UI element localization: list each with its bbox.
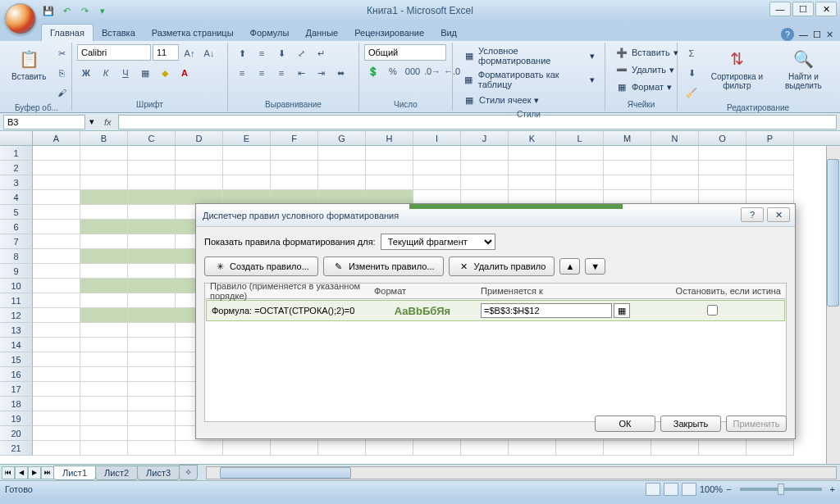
cell[interactable] bbox=[271, 175, 318, 190]
cell[interactable] bbox=[33, 161, 80, 175]
cell[interactable] bbox=[651, 161, 699, 175]
cell[interactable] bbox=[80, 205, 128, 220]
cell[interactable] bbox=[366, 175, 413, 190]
cell[interactable] bbox=[699, 146, 746, 161]
cell[interactable] bbox=[461, 175, 509, 190]
page-break-view-icon[interactable] bbox=[682, 483, 696, 496]
row-header[interactable]: 7 bbox=[0, 234, 33, 249]
cell[interactable] bbox=[128, 293, 176, 308]
cell[interactable] bbox=[33, 367, 80, 382]
cell[interactable] bbox=[33, 411, 80, 426]
dec-indent-icon[interactable]: ⇤ bbox=[292, 64, 310, 82]
cell[interactable] bbox=[33, 146, 80, 161]
vertical-scrollbar[interactable] bbox=[826, 146, 840, 464]
help-icon[interactable]: ? bbox=[781, 28, 794, 41]
column-header[interactable]: O bbox=[699, 131, 746, 145]
cell[interactable] bbox=[80, 234, 128, 249]
cell[interactable] bbox=[80, 352, 128, 367]
cell[interactable] bbox=[128, 441, 176, 456]
row-header[interactable]: 12 bbox=[0, 308, 33, 323]
tab-view[interactable]: Вид bbox=[432, 25, 465, 41]
cell[interactable] bbox=[128, 426, 176, 441]
delete-rule-button[interactable]: ✕Удалить правило bbox=[449, 257, 555, 276]
row-header[interactable]: 8 bbox=[0, 249, 33, 264]
save-icon[interactable]: 💾 bbox=[41, 3, 56, 18]
border-icon[interactable]: ▦ bbox=[136, 64, 154, 82]
sheet-tab-2[interactable]: Лист2 bbox=[95, 465, 138, 480]
conditional-formatting-button[interactable]: ▦Условное форматирование▾ bbox=[458, 44, 600, 67]
move-rule-up-button[interactable]: ▲ bbox=[559, 258, 580, 275]
sheet-tab-3[interactable]: Лист3 bbox=[137, 465, 180, 480]
format-cells-button[interactable]: ▦Формат▾ bbox=[610, 79, 677, 95]
cell[interactable] bbox=[746, 441, 794, 456]
row-header[interactable]: 18 bbox=[0, 397, 33, 411]
undo-icon[interactable]: ↶ bbox=[59, 3, 74, 18]
office-button[interactable] bbox=[5, 3, 36, 34]
cell[interactable] bbox=[33, 279, 80, 293]
cell[interactable] bbox=[128, 161, 176, 175]
tab-insert[interactable]: Вставка bbox=[94, 25, 144, 41]
cut-icon[interactable]: ✂ bbox=[52, 44, 71, 62]
zoom-thumb[interactable] bbox=[778, 484, 784, 495]
cell[interactable] bbox=[176, 175, 223, 190]
cell[interactable] bbox=[318, 146, 366, 161]
cell[interactable] bbox=[651, 441, 699, 456]
cell[interactable] bbox=[699, 441, 746, 456]
row-header[interactable]: 13 bbox=[0, 323, 33, 338]
cell[interactable] bbox=[80, 190, 128, 205]
tab-review[interactable]: Рецензирование bbox=[346, 25, 432, 41]
cell[interactable] bbox=[128, 367, 176, 382]
row-header[interactable]: 15 bbox=[0, 352, 33, 367]
column-header[interactable]: N bbox=[651, 131, 699, 145]
cell[interactable] bbox=[223, 175, 271, 190]
cell[interactable] bbox=[128, 146, 176, 161]
grow-font-icon[interactable]: A↑ bbox=[180, 44, 199, 62]
horizontal-scrollbar[interactable] bbox=[206, 466, 837, 479]
cell[interactable] bbox=[318, 161, 366, 175]
cell[interactable] bbox=[33, 426, 80, 441]
cell[interactable] bbox=[699, 175, 746, 190]
cell[interactable] bbox=[556, 441, 604, 456]
close-button-footer[interactable]: Закрыть bbox=[660, 415, 721, 432]
row-header[interactable]: 11 bbox=[0, 293, 33, 308]
italic-icon[interactable]: К bbox=[97, 64, 115, 82]
tab-last-icon[interactable]: ⏭ bbox=[41, 466, 54, 479]
tab-home[interactable]: Главная bbox=[41, 24, 94, 41]
cell[interactable] bbox=[176, 161, 223, 175]
format-painter-icon[interactable]: 🖌 bbox=[52, 84, 71, 102]
cell[interactable] bbox=[80, 411, 128, 426]
name-box[interactable]: B3 bbox=[3, 115, 85, 129]
cell[interactable] bbox=[556, 175, 604, 190]
cell[interactable] bbox=[556, 161, 604, 175]
column-header[interactable]: B bbox=[80, 131, 128, 145]
zoom-level[interactable]: 100% bbox=[700, 484, 723, 494]
number-format-select[interactable] bbox=[364, 44, 446, 61]
row-header[interactable]: 4 bbox=[0, 190, 33, 205]
sheet-tab-1[interactable]: Лист1 bbox=[53, 465, 96, 480]
cell[interactable] bbox=[413, 175, 461, 190]
apply-button[interactable]: Применить bbox=[726, 415, 787, 432]
cell[interactable] bbox=[413, 441, 461, 456]
cell[interactable] bbox=[80, 264, 128, 279]
row-header[interactable]: 5 bbox=[0, 205, 33, 220]
shrink-font-icon[interactable]: A↓ bbox=[200, 44, 218, 62]
wrap-text-icon[interactable]: ↵ bbox=[312, 44, 330, 62]
move-rule-down-button[interactable]: ▼ bbox=[585, 258, 605, 275]
cell[interactable] bbox=[604, 175, 651, 190]
cell[interactable] bbox=[80, 382, 128, 397]
dialog-help-button[interactable]: ? bbox=[741, 207, 764, 222]
cell[interactable] bbox=[33, 205, 80, 220]
copy-icon[interactable]: ⎘ bbox=[52, 64, 71, 82]
cell[interactable] bbox=[128, 220, 176, 234]
cell[interactable] bbox=[80, 293, 128, 308]
zoom-slider[interactable] bbox=[740, 488, 822, 491]
cell[interactable] bbox=[509, 161, 556, 175]
cell[interactable] bbox=[33, 175, 80, 190]
column-header[interactable]: J bbox=[461, 131, 509, 145]
cell[interactable] bbox=[699, 161, 746, 175]
workbook-restore-icon[interactable]: ☐ bbox=[813, 30, 821, 40]
tab-next-icon[interactable]: ▶ bbox=[28, 466, 41, 479]
cell[interactable] bbox=[80, 441, 128, 456]
row-header[interactable]: 19 bbox=[0, 411, 33, 426]
column-header[interactable]: L bbox=[556, 131, 604, 145]
